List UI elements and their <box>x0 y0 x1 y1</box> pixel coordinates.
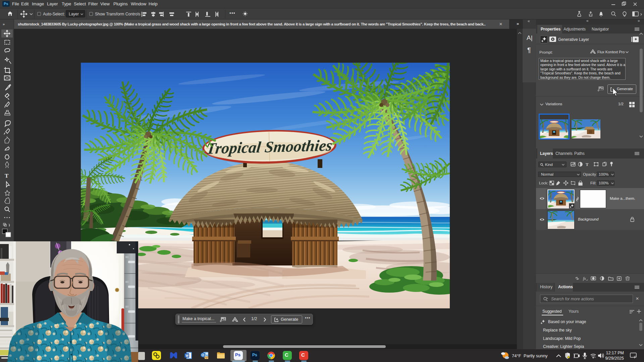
svg-text:W: W <box>185 354 189 358</box>
svg-text:Tropical Smoothies: Tropical Smoothies <box>205 136 333 157</box>
svg-text:fx: fx <box>583 276 586 281</box>
svg-text:T: T <box>586 162 589 167</box>
svg-text:T: T <box>5 173 9 179</box>
